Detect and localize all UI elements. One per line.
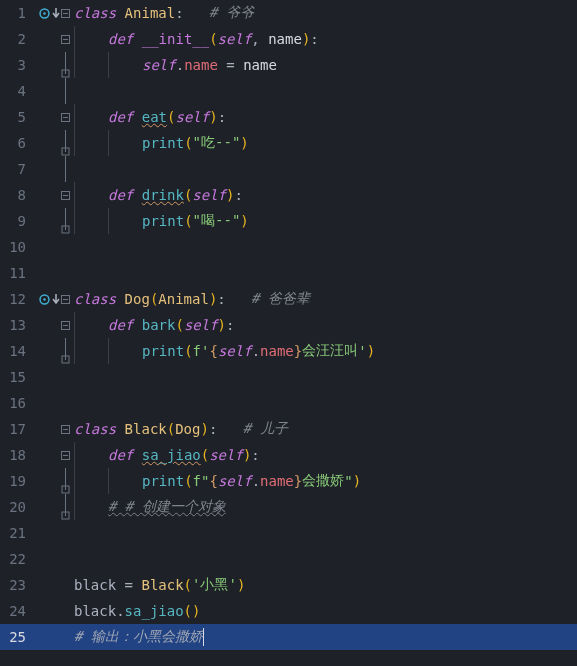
code-line[interactable]: 1 class Animal: # 爷爷	[0, 0, 577, 26]
gutter-icons[interactable]	[30, 293, 60, 306]
svg-point-19	[43, 298, 45, 300]
code-line[interactable]: 5 def eat(self):	[0, 104, 577, 130]
code-content[interactable]: def sa_jiao(self):	[70, 442, 260, 468]
line-number: 23	[0, 577, 30, 593]
code-line[interactable]: 4	[0, 78, 577, 104]
line-number: 20	[0, 499, 30, 515]
code-line[interactable]: 24 black.sa_jiao()	[0, 598, 577, 624]
code-line[interactable]: 10	[0, 234, 577, 260]
line-number: 19	[0, 473, 30, 489]
code-line[interactable]: 18 def sa_jiao(self):	[0, 442, 577, 468]
code-content[interactable]: print("吃--")	[70, 130, 249, 156]
code-line[interactable]: 11	[0, 260, 577, 286]
line-number: 13	[0, 317, 30, 333]
code-line[interactable]: 6 print("吃--")	[0, 130, 577, 156]
code-line[interactable]: 22	[0, 546, 577, 572]
code-line[interactable]: 17 class Black(Dog): # 儿子	[0, 416, 577, 442]
code-content[interactable]: def __init__(self, name):	[70, 26, 319, 52]
code-line[interactable]: 15	[0, 364, 577, 390]
line-number: 12	[0, 291, 30, 307]
fold-guide	[60, 156, 70, 182]
code-editor[interactable]: 1 class Animal: # 爷爷 2 def __init__(self…	[0, 0, 577, 650]
line-number: 2	[0, 31, 30, 47]
line-number: 18	[0, 447, 30, 463]
code-content[interactable]: print(f"{self.name}会撒娇")	[70, 468, 361, 494]
fold-toggle[interactable]	[60, 113, 70, 122]
fold-guide	[60, 130, 70, 156]
code-content[interactable]: # # 创建一个对象	[70, 494, 226, 520]
fold-guide	[60, 52, 70, 78]
line-number: 17	[0, 421, 30, 437]
code-line[interactable]: 16	[0, 390, 577, 416]
line-number: 14	[0, 343, 30, 359]
code-line[interactable]: 14 print(f'{self.name}会汪汪叫')	[0, 338, 577, 364]
code-line[interactable]: 8 def drink(self):	[0, 182, 577, 208]
line-number: 6	[0, 135, 30, 151]
fold-toggle[interactable]	[60, 9, 70, 18]
code-content[interactable]: # 输出：小黑会撒娇	[70, 628, 204, 646]
code-content[interactable]: def bark(self):	[70, 312, 234, 338]
down-arrow-icon	[52, 293, 60, 305]
code-content[interactable]: self.name = name	[70, 52, 277, 78]
code-line[interactable]: 21	[0, 520, 577, 546]
fold-guide	[60, 78, 70, 104]
override-icon[interactable]	[38, 293, 51, 306]
fold-guide	[60, 468, 70, 494]
code-content[interactable]: class Animal: # 爷爷	[70, 4, 254, 22]
code-line[interactable]: 7	[0, 156, 577, 182]
line-number: 15	[0, 369, 30, 385]
code-line[interactable]: 20 # # 创建一个对象	[0, 494, 577, 520]
fold-toggle[interactable]	[60, 35, 70, 44]
line-number: 10	[0, 239, 30, 255]
code-line[interactable]: 12 class Dog(Animal): # 爸爸辈	[0, 286, 577, 312]
fold-guide	[60, 208, 70, 234]
code-content[interactable]: class Dog(Animal): # 爸爸辈	[70, 290, 310, 308]
fold-toggle[interactable]	[60, 425, 70, 434]
text-caret	[203, 628, 204, 646]
svg-point-1	[43, 12, 45, 14]
code-line-current[interactable]: 25 # 输出：小黑会撒娇	[0, 624, 577, 650]
line-number: 7	[0, 161, 30, 177]
code-content[interactable]: black = Black('小黑')	[70, 576, 245, 594]
line-number: 22	[0, 551, 30, 567]
code-line[interactable]: 2 def __init__(self, name):	[0, 26, 577, 52]
code-content[interactable]: black.sa_jiao()	[70, 603, 200, 619]
fold-toggle[interactable]	[60, 295, 70, 304]
gutter-icons[interactable]	[30, 7, 60, 20]
line-number: 9	[0, 213, 30, 229]
code-content[interactable]: print("喝--")	[70, 208, 249, 234]
line-number: 21	[0, 525, 30, 541]
line-number: 11	[0, 265, 30, 281]
fold-guide	[60, 338, 70, 364]
down-arrow-icon	[52, 7, 60, 19]
fold-toggle[interactable]	[60, 191, 70, 200]
line-number: 24	[0, 603, 30, 619]
code-content[interactable]: print(f'{self.name}会汪汪叫')	[70, 338, 375, 364]
code-line[interactable]: 19 print(f"{self.name}会撒娇")	[0, 468, 577, 494]
code-line[interactable]: 3 self.name = name	[0, 52, 577, 78]
line-number: 8	[0, 187, 30, 203]
code-content[interactable]: class Black(Dog): # 儿子	[70, 420, 288, 438]
code-line[interactable]: 23 black = Black('小黑')	[0, 572, 577, 598]
code-content[interactable]: def eat(self):	[70, 104, 226, 130]
line-number: 16	[0, 395, 30, 411]
code-line[interactable]: 9 print("喝--")	[0, 208, 577, 234]
fold-guide	[60, 494, 70, 520]
code-line[interactable]: 13 def bark(self):	[0, 312, 577, 338]
line-number: 3	[0, 57, 30, 73]
fold-toggle[interactable]	[60, 451, 70, 460]
line-number: 5	[0, 109, 30, 125]
line-number: 1	[0, 5, 30, 21]
override-icon[interactable]	[38, 7, 51, 20]
line-number: 25	[0, 629, 30, 645]
line-number: 4	[0, 83, 30, 99]
code-content[interactable]: def drink(self):	[70, 182, 243, 208]
fold-toggle[interactable]	[60, 321, 70, 330]
